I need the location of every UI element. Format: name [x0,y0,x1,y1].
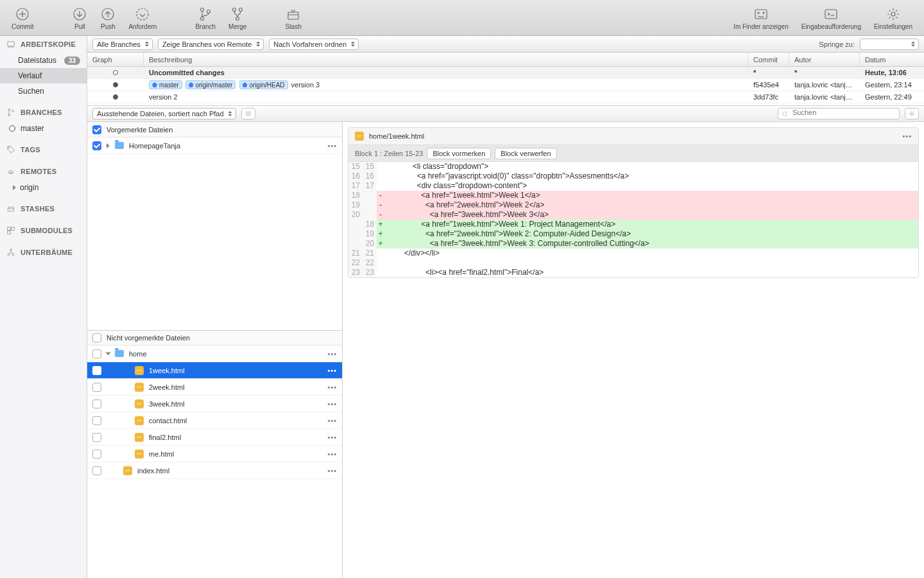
sidebar-section-stashes[interactable]: STASHES [0,200,87,217]
more-icon[interactable]: ••• [327,367,337,374]
svg-point-33 [8,254,10,256]
more-icon[interactable]: ••• [327,467,337,475]
branch-button[interactable]: Branch [189,0,222,35]
svg-point-26 [8,147,10,148]
svg-point-12 [239,8,243,12]
svg-rect-29 [8,227,11,231]
show-in-finder-button[interactable]: Im Finder anzeigen [727,0,795,35]
sidebar-item-history[interactable]: Verlauf [0,68,87,83]
sidebar-section-subtrees[interactable]: UNTERBÄUME [0,244,87,261]
search-input[interactable] [778,108,900,119]
commit-button[interactable]: Commit [5,0,40,35]
file-checkbox[interactable] [92,416,101,425]
fetch-button[interactable]: Anfordern [122,0,163,35]
diff-code[interactable]: 1515 <li class="dropdown"> 1616 <a href=… [348,162,919,278]
sidebar-remote-origin[interactable]: origin [0,180,87,195]
file-checkbox[interactable] [92,450,101,459]
file-filter-bar: Ausstehende Dateien, sortiert nach Pfad [87,105,924,122]
more-icon[interactable]: ••• [902,132,912,140]
sidebar-section-branches[interactable]: BRANCHES [0,104,87,121]
branches-filter-select[interactable]: Alle Branches [92,39,153,50]
col-description[interactable]: Beschreibung [144,53,748,66]
disclosure-icon[interactable] [107,143,110,148]
svg-point-16 [758,12,759,13]
stage-all-checkbox[interactable] [92,125,101,134]
col-author[interactable]: Autor [789,53,860,66]
jump-to-select[interactable] [860,39,919,50]
svg-line-39 [787,115,789,117]
svg-point-20 [891,12,895,16]
svg-point-10 [207,10,210,13]
list-view-button[interactable] [241,108,255,119]
svg-point-7 [137,8,148,20]
push-button[interactable]: Push [94,0,122,35]
file-row[interactable]: contact.html ••• [87,412,342,429]
file-checkbox[interactable] [92,399,101,408]
file-row[interactable]: final2.html ••• [87,429,342,446]
sidebar-section-workingcopy[interactable]: ARBEITSKOPIE [0,36,87,53]
folder-icon [115,142,124,149]
staged-file-row[interactable]: HomepageTanja ••• [87,137,342,154]
sidebar-branch-master[interactable]: master [0,121,87,136]
svg-rect-27 [8,207,13,211]
discard-hunk-button[interactable]: Block verwerfen [495,148,556,159]
svg-rect-31 [8,231,11,234]
file-checkbox[interactable] [92,466,101,475]
svg-point-13 [236,17,239,21]
more-icon[interactable]: ••• [327,434,337,441]
more-icon[interactable]: ••• [327,383,337,391]
file-icon [135,383,144,392]
more-icon[interactable]: ••• [327,350,337,358]
svg-rect-30 [12,227,15,231]
col-commit[interactable]: Commit [748,53,789,66]
sidebar: ARBEITSKOPIE Dateistatus33 Verlauf Suche… [0,36,87,578]
settings-button[interactable]: Einstellungen [868,0,919,35]
sidebar-item-filestatus[interactable]: Dateistatus33 [0,53,87,68]
svg-point-34 [12,254,14,256]
file-row-folder-home[interactable]: home ••• [87,346,342,362]
history-row-uncommitted[interactable]: Uncommitted changes * * Heute, 13:06 [87,67,924,79]
unstaged-label: Nicht vorgemerkte Dateien [107,334,190,342]
file-row[interactable]: me.html ••• [87,446,342,462]
remote-filter-select[interactable]: Zeige Branches von Remote [158,39,264,50]
branch-chip-master: master [149,80,182,89]
file-row[interactable]: 2week.html ••• [87,379,342,396]
file-row[interactable]: 3week.html ••• [87,396,342,412]
col-graph[interactable]: Graph [87,53,144,66]
unstage-all-checkbox[interactable] [92,333,101,342]
pull-button[interactable]: Pull [65,0,94,35]
more-icon[interactable]: ••• [327,400,337,408]
merge-button[interactable]: Merge [222,0,253,35]
more-icon[interactable]: ••• [327,417,337,425]
svg-point-11 [233,8,236,12]
file-checkbox[interactable] [92,349,101,358]
svg-point-25 [12,110,13,112]
sidebar-section-tags[interactable]: TAGS [0,141,87,158]
terminal-button[interactable]: Eingabeaufforderung [795,0,868,35]
order-select[interactable]: Nach Vorfahren ordnen [269,39,359,50]
more-icon[interactable]: ••• [327,450,337,458]
history-row[interactable]: version 2 3dd73fc tanja.lovric <tanja...… [87,91,924,103]
sidebar-section-remotes[interactable]: REMOTES [0,163,87,180]
sidebar-section-submodules[interactable]: SUBMODULES [0,222,87,239]
svg-point-23 [8,109,10,110]
sidebar-item-search[interactable]: Suchen [0,83,87,99]
more-icon[interactable]: ••• [327,142,337,150]
file-checkbox[interactable] [92,383,101,392]
history-row[interactable]: master origin/master origin/HEAD version… [87,79,924,91]
file-checkbox[interactable] [92,141,101,150]
file-icon [135,450,144,459]
col-date[interactable]: Datum [860,53,924,66]
file-row[interactable]: index.html ••• [87,462,342,479]
folder-icon [115,350,124,357]
file-row-1week[interactable]: 1week.html ••• [87,362,342,379]
staged-files-list: HomepageTanja ••• [87,137,342,330]
options-gear-button[interactable] [905,108,919,119]
svg-rect-18 [825,10,837,19]
stage-hunk-button[interactable]: Block vormerken [427,148,491,159]
disclosure-icon[interactable] [106,352,111,355]
file-checkbox[interactable] [92,366,101,375]
file-checkbox[interactable] [92,433,101,442]
stash-button[interactable]: Stash [278,0,308,35]
pending-files-select[interactable]: Ausstehende Dateien, sortiert nach Pfad [92,108,236,119]
